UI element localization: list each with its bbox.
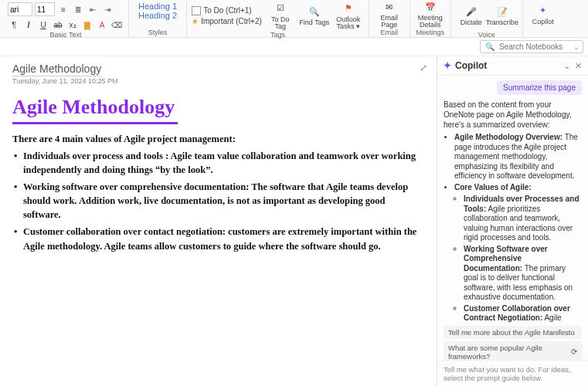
email-icon: ✉ xyxy=(382,0,396,14)
copilot-ribbon-button[interactable]: ✦Copilot xyxy=(528,0,559,29)
calendar-icon: 📅 xyxy=(423,0,437,14)
font-size-select[interactable] xyxy=(35,2,55,16)
todo-tag-button[interactable]: ☑To Do Tag xyxy=(265,0,296,31)
copilot-intro: Based on the content from your OneNote p… xyxy=(444,100,582,130)
clear-format-button[interactable]: ⌫ xyxy=(110,19,123,31)
hand-intro: There are 4 main values of Agile project… xyxy=(12,132,424,146)
chevron-down-icon[interactable]: ⌄ xyxy=(563,61,570,71)
search-input[interactable] xyxy=(498,42,570,52)
transcribe-icon: 📝 xyxy=(495,5,509,19)
group-label-email: Email xyxy=(381,29,399,36)
group-label-meetings: Meetings xyxy=(416,29,445,36)
chevron-down-icon[interactable]: ⌄ xyxy=(573,43,580,51)
search-bar: 🔍 ⌄ xyxy=(0,38,588,56)
search-icon: 🔍 xyxy=(308,5,321,19)
hand-bullet-1: Individuals over process and tools : Agi… xyxy=(12,149,424,177)
copilot-icon: ✦ xyxy=(536,4,550,18)
copilot-prompt-input[interactable]: Tell me what you want to do. For ideas, … xyxy=(437,360,588,386)
expand-icon[interactable]: ⤢ xyxy=(420,63,427,73)
underline-button[interactable]: U xyxy=(37,19,49,31)
hand-bullet-2: Working software over comprehensive docu… xyxy=(12,180,424,222)
search-icon: 🔍 xyxy=(485,42,495,51)
tag-important[interactable]: ★Important (Ctrl+2) xyxy=(192,16,262,26)
suggestion-1[interactable]: Tell me more about the Agile Manifesto xyxy=(444,326,582,339)
copilot-summary-list: Agile Methodology Overview: The page int… xyxy=(454,133,582,323)
copilot-body: Summarize this page Based on the content… xyxy=(437,76,588,360)
dictate-button[interactable]: 🎤Dictate xyxy=(456,0,487,31)
mic-icon: 🎤 xyxy=(464,5,478,19)
bullets-icon[interactable]: ≡ xyxy=(57,3,70,15)
group-label-voice: Voice xyxy=(478,31,495,39)
copilot-pane: ✦Copilot ⌄✕ Summarize this page Based on… xyxy=(437,56,588,386)
numbering-icon[interactable]: ≣ xyxy=(72,3,84,15)
close-icon[interactable]: ✕ xyxy=(575,61,582,71)
page-date: Tuesday, June 11, 2024 10:25 PM xyxy=(12,77,424,85)
suggestion-2[interactable]: What are some popular Agile frameworks?⟳ xyxy=(444,341,582,361)
flag-icon: ⚑ xyxy=(342,2,355,15)
font-name-select[interactable] xyxy=(8,2,32,16)
tag-todo[interactable]: To Do (Ctrl+1) xyxy=(192,5,262,16)
outdent-icon[interactable]: ⇤ xyxy=(87,3,99,15)
subscript-button[interactable]: x₂ xyxy=(66,19,79,31)
strike-button[interactable]: ab xyxy=(52,19,64,31)
font-color-button[interactable]: A xyxy=(96,19,108,31)
group-label-styles: Styles xyxy=(148,29,168,36)
summarize-button[interactable]: Summarize this page xyxy=(497,80,582,95)
page-canvas: ⤢ Agile Methodology Tuesday, June 11, 20… xyxy=(0,56,437,386)
transcribe-button[interactable]: 📝Transcribe xyxy=(487,0,518,31)
highlight-button[interactable]: ▇ xyxy=(81,19,93,31)
meeting-details-button[interactable]: 📅Meeting Details xyxy=(415,0,446,29)
ribbon: ≡ ≣ ⇤ ⇥ ¶ I U ab x₂ ▇ A ⌫ Basic Text Hea… xyxy=(0,0,588,38)
style-heading1[interactable]: Heading 1 xyxy=(138,2,177,11)
checkbox-icon: ☑ xyxy=(274,2,287,15)
handwriting-block[interactable]: Agile Methodology There are 4 main value… xyxy=(12,93,424,253)
refresh-icon[interactable]: ⟳ xyxy=(571,347,577,356)
italic-button[interactable]: I xyxy=(22,19,35,31)
hand-bullet-3: Customer collaboration over contact nego… xyxy=(12,225,424,252)
page-title[interactable]: Agile Methodology xyxy=(12,63,101,76)
find-tags-button[interactable]: 🔍Find Tags xyxy=(299,0,330,31)
paragraph-icon[interactable]: ¶ xyxy=(8,19,20,31)
group-label-tags: Tags xyxy=(270,31,285,39)
indent-icon[interactable]: ⇥ xyxy=(101,3,114,15)
copilot-logo-icon: ✦ xyxy=(444,60,451,71)
email-page-button[interactable]: ✉Email Page xyxy=(374,0,405,29)
hand-title: Agile Methodology xyxy=(12,93,178,124)
copilot-title: Copilot xyxy=(455,60,487,71)
style-heading2[interactable]: Heading 2 xyxy=(138,11,177,20)
outlook-tasks-button[interactable]: ⚑Outlook Tasks ▾ xyxy=(333,0,364,31)
group-label-basic-text: Basic Text xyxy=(50,31,82,39)
search-box[interactable]: 🔍 ⌄ xyxy=(480,40,583,53)
